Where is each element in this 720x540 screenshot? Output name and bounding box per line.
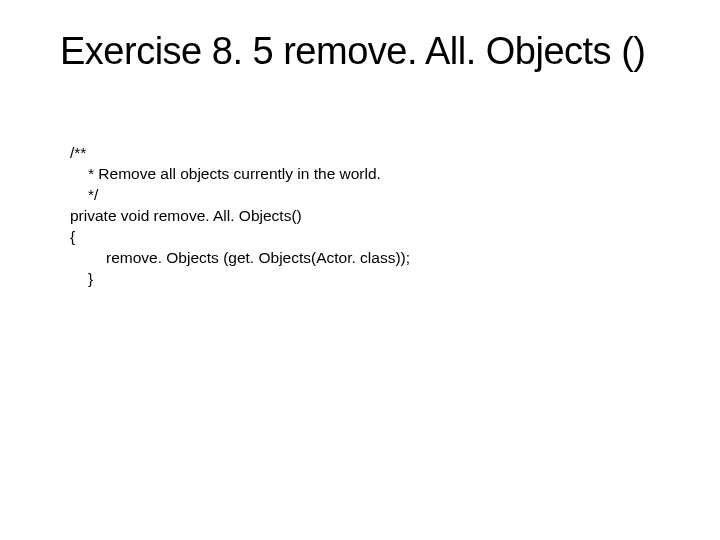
code-line: private void remove. All. Objects() <box>70 206 660 227</box>
code-line: remove. Objects (get. Objects(Actor. cla… <box>70 248 660 269</box>
code-line: /** <box>70 143 660 164</box>
code-block: /** * Remove all objects currently in th… <box>60 143 660 289</box>
code-line: { <box>70 227 660 248</box>
code-line: } <box>70 269 660 290</box>
page-title: Exercise 8. 5 remove. All. Objects () <box>60 30 660 73</box>
code-line: */ <box>70 185 660 206</box>
code-line: * Remove all objects currently in the wo… <box>70 164 660 185</box>
